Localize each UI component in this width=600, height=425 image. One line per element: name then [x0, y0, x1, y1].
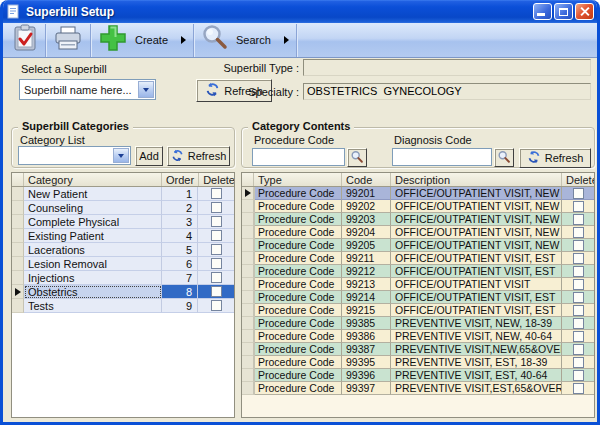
category-cell[interactable]: Lacerations: [24, 243, 162, 257]
row-selector-cell[interactable]: [242, 213, 254, 226]
delete-checkbox[interactable]: [211, 286, 222, 297]
delete-cell[interactable]: [562, 187, 594, 200]
row-selector-cell[interactable]: [12, 215, 24, 229]
order-cell[interactable]: 6: [162, 257, 198, 271]
type-cell[interactable]: Procedure Code: [254, 356, 342, 369]
code-cell[interactable]: 99205: [342, 239, 391, 252]
row-selector-cell[interactable]: [242, 291, 254, 304]
category-row[interactable]: Lacerations5: [12, 243, 234, 257]
description-cell[interactable]: OFFICE/OUTPATIENT VISIT, NEW: [391, 213, 562, 226]
procedure-code-input[interactable]: [252, 148, 345, 166]
content-row[interactable]: Procedure Code99385PREVENTIVE VISIT, NEW…: [242, 317, 594, 330]
procedure-search-button[interactable]: [347, 148, 367, 167]
row-selector-cell[interactable]: [12, 257, 24, 271]
print-button[interactable]: [47, 24, 89, 56]
type-cell[interactable]: Procedure Code: [254, 278, 342, 291]
content-row[interactable]: Procedure Code99211OFFICE/OUTPATIENT VIS…: [242, 252, 594, 265]
delete-checkbox[interactable]: [573, 305, 584, 316]
create-button[interactable]: Create: [92, 24, 192, 56]
category-cell[interactable]: Injections: [24, 271, 162, 285]
combo-dropdown-button[interactable]: [113, 148, 129, 163]
contents-refresh-button[interactable]: Refresh: [519, 148, 591, 168]
delete-checkbox[interactable]: [573, 279, 584, 290]
delete-checkbox[interactable]: [573, 331, 584, 342]
category-cell[interactable]: Obstetrics: [24, 285, 162, 299]
row-selector-cell[interactable]: [12, 187, 24, 201]
delete-cell[interactable]: [198, 187, 234, 201]
code-cell[interactable]: 99211: [342, 252, 391, 265]
row-selector-cell[interactable]: [242, 330, 254, 343]
order-cell[interactable]: 4: [162, 229, 198, 243]
row-selector-cell[interactable]: [12, 299, 24, 313]
description-cell[interactable]: PREVENTIVE VISIT, EST, 40-64: [391, 369, 562, 382]
delete-checkbox[interactable]: [211, 300, 222, 311]
row-selector-cell[interactable]: [242, 304, 254, 317]
delete-cell[interactable]: [562, 382, 594, 395]
minimize-button[interactable]: [533, 3, 552, 20]
combo-dropdown-button[interactable]: [138, 81, 154, 98]
code-cell[interactable]: 99213: [342, 278, 391, 291]
diagnosis-search-button[interactable]: [494, 148, 514, 167]
row-selector-cell[interactable]: [12, 285, 24, 299]
description-cell[interactable]: OFFICE/OUTPATIENT VISIT, NEW: [391, 239, 562, 252]
code-cell[interactable]: 99387: [342, 343, 391, 356]
delete-checkbox[interactable]: [211, 272, 222, 283]
code-cell[interactable]: 99202: [342, 200, 391, 213]
content-row[interactable]: Procedure Code99387PREVENTIVE VISIT,NEW,…: [242, 343, 594, 356]
row-selector-cell[interactable]: [242, 382, 254, 395]
type-cell[interactable]: Procedure Code: [254, 213, 342, 226]
code-cell[interactable]: 99215: [342, 304, 391, 317]
order-cell[interactable]: 5: [162, 243, 198, 257]
description-cell[interactable]: OFFICE/OUTPATIENT VISIT, EST: [391, 252, 562, 265]
row-selector-cell[interactable]: [242, 317, 254, 330]
content-row[interactable]: Procedure Code99215OFFICE/OUTPATIENT VIS…: [242, 304, 594, 317]
delete-checkbox[interactable]: [211, 188, 222, 199]
content-row[interactable]: Procedure Code99214OFFICE/OUTPATIENT VIS…: [242, 291, 594, 304]
description-cell[interactable]: OFFICE/OUTPATIENT VISIT, EST: [391, 265, 562, 278]
category-cell[interactable]: Tests: [24, 299, 162, 313]
delete-cell[interactable]: [198, 229, 234, 243]
delete-cell[interactable]: [198, 201, 234, 215]
row-selector-cell[interactable]: [12, 243, 24, 257]
maximize-button[interactable]: [554, 3, 573, 20]
row-selector-cell[interactable]: [242, 369, 254, 382]
row-selector-cell[interactable]: [242, 278, 254, 291]
delete-checkbox[interactable]: [573, 370, 584, 381]
type-cell[interactable]: Procedure Code: [254, 226, 342, 239]
delete-cell[interactable]: [562, 265, 594, 278]
row-selector-cell[interactable]: [242, 187, 254, 200]
column-header-delete[interactable]: Delete: [199, 173, 235, 186]
code-cell[interactable]: 99214: [342, 291, 391, 304]
delete-checkbox[interactable]: [573, 383, 584, 394]
content-row[interactable]: Procedure Code99205OFFICE/OUTPATIENT VIS…: [242, 239, 594, 252]
delete-checkbox[interactable]: [573, 253, 584, 264]
row-selector-cell[interactable]: [242, 252, 254, 265]
type-cell[interactable]: Procedure Code: [254, 252, 342, 265]
delete-cell[interactable]: [198, 243, 234, 257]
category-cell[interactable]: Counseling: [24, 201, 162, 215]
row-selector-cell[interactable]: [242, 239, 254, 252]
category-cell[interactable]: Existing Patient: [24, 229, 162, 243]
code-cell[interactable]: 99204: [342, 226, 391, 239]
add-category-button[interactable]: Add: [135, 146, 163, 166]
content-row[interactable]: Procedure Code99395PREVENTIVE VISIT, EST…: [242, 356, 594, 369]
description-cell[interactable]: OFFICE/OUTPATIENT VISIT: [391, 278, 562, 291]
category-row[interactable]: Counseling2: [12, 201, 234, 215]
column-header-order[interactable]: Order: [162, 173, 199, 186]
description-cell[interactable]: PREVENTIVE VISIT,NEW,65&OVER: [391, 343, 562, 356]
type-cell[interactable]: Procedure Code: [254, 382, 342, 395]
type-cell[interactable]: Procedure Code: [254, 343, 342, 356]
code-cell[interactable]: 99385: [342, 317, 391, 330]
code-cell[interactable]: 99386: [342, 330, 391, 343]
delete-checkbox[interactable]: [573, 318, 584, 329]
row-selector-cell[interactable]: [242, 226, 254, 239]
type-cell[interactable]: Procedure Code: [254, 369, 342, 382]
delete-cell[interactable]: [562, 239, 594, 252]
content-row[interactable]: Procedure Code99396PREVENTIVE VISIT, EST…: [242, 369, 594, 382]
content-row[interactable]: Procedure Code99202OFFICE/OUTPATIENT VIS…: [242, 200, 594, 213]
diagnosis-code-input[interactable]: [392, 148, 492, 166]
delete-checkbox[interactable]: [573, 344, 584, 355]
delete-checkbox[interactable]: [573, 227, 584, 238]
column-header-description[interactable]: Description: [391, 173, 562, 186]
code-cell[interactable]: 99397: [342, 382, 391, 395]
